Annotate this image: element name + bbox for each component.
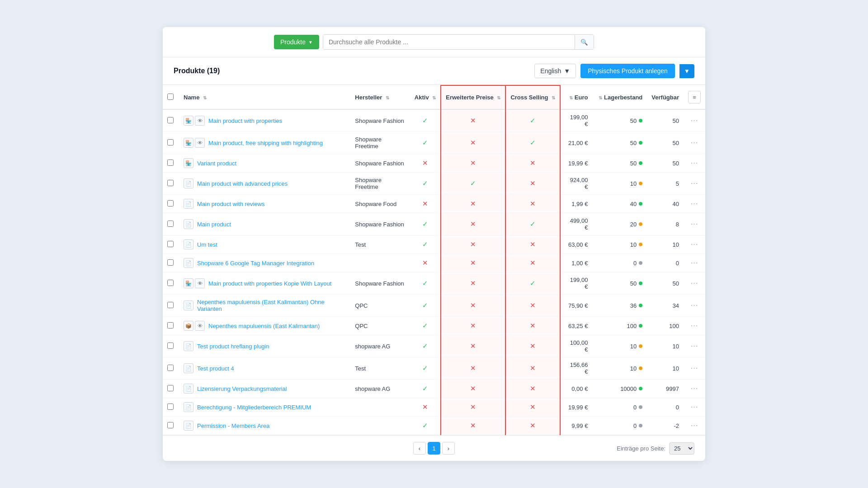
product-name-text[interactable]: Main product with reviews (197, 201, 265, 207)
row-checkbox[interactable] (167, 280, 174, 286)
product-actions[interactable]: ··· (684, 254, 705, 272)
product-actions[interactable]: ··· (684, 295, 705, 317)
prev-page-button[interactable]: ‹ (413, 442, 426, 455)
product-actions[interactable]: ··· (684, 195, 705, 213)
row-checkbox[interactable] (167, 241, 174, 247)
product-name-text[interactable]: Main product (197, 221, 231, 228)
product-actions[interactable]: ··· (684, 109, 705, 132)
product-name-text[interactable]: Main product with properties Kopie With … (208, 280, 331, 287)
product-actions[interactable]: ··· (684, 380, 705, 398)
row-checkbox-cell[interactable] (163, 272, 179, 295)
add-product-button[interactable]: Physisches Produkt anlegen (580, 64, 675, 78)
header-erweiterte[interactable]: Erweiterte Preise ⇅ (441, 85, 505, 109)
more-options-icon[interactable]: ··· (691, 385, 698, 392)
product-name-text[interactable]: Main product with properties (208, 117, 282, 124)
page-size-select[interactable]: 25 50 100 (669, 442, 694, 455)
row-checkbox-cell[interactable] (163, 357, 179, 380)
more-options-icon[interactable]: ··· (691, 279, 698, 287)
language-select[interactable]: English ▼ (534, 64, 576, 78)
search-button[interactable]: 🔍 (575, 35, 594, 49)
product-actions[interactable]: ··· (684, 154, 705, 173)
product-name-text[interactable]: Nepenthes mapuluensis (East Kalimantan) (208, 323, 320, 329)
more-options-icon[interactable]: ··· (691, 159, 698, 167)
more-options-icon[interactable]: ··· (691, 179, 698, 187)
row-checkbox-cell[interactable] (163, 235, 179, 254)
row-checkbox-cell[interactable] (163, 154, 179, 173)
header-hersteller[interactable]: Hersteller ⇅ (350, 85, 410, 109)
more-options-icon[interactable]: ··· (691, 240, 698, 248)
row-checkbox[interactable] (167, 117, 174, 123)
product-actions[interactable]: ··· (684, 213, 705, 235)
product-name-text[interactable]: Lizensierung Verpackungsmaterial (197, 385, 287, 392)
product-name-text[interactable]: Shopware 6 Google Tag Manager Integratio… (197, 260, 314, 267)
product-dropdown[interactable]: Produkte ▼ (274, 35, 319, 49)
page-1-button[interactable]: 1 (428, 442, 440, 455)
more-options-icon[interactable]: ··· (691, 139, 698, 146)
row-checkbox[interactable] (167, 422, 174, 428)
row-checkbox-cell[interactable] (163, 213, 179, 235)
row-checkbox-cell[interactable] (163, 254, 179, 272)
product-actions[interactable]: ··· (684, 357, 705, 380)
row-checkbox[interactable] (167, 180, 174, 186)
more-options-icon[interactable]: ··· (691, 364, 698, 372)
row-checkbox[interactable] (167, 200, 174, 206)
row-checkbox[interactable] (167, 365, 174, 371)
product-actions[interactable]: ··· (684, 417, 705, 435)
row-checkbox[interactable] (167, 404, 174, 410)
product-name-text[interactable]: Um test (197, 241, 217, 248)
row-checkbox-cell[interactable] (163, 295, 179, 317)
row-checkbox[interactable] (167, 322, 174, 328)
row-checkbox[interactable] (167, 160, 174, 166)
row-checkbox[interactable] (167, 385, 174, 391)
row-checkbox-cell[interactable] (163, 380, 179, 398)
product-actions[interactable]: ··· (684, 317, 705, 335)
row-checkbox-cell[interactable] (163, 398, 179, 417)
row-checkbox-cell[interactable] (163, 335, 179, 357)
add-product-dropdown-button[interactable]: ▼ (679, 64, 694, 78)
row-checkbox-cell[interactable] (163, 132, 179, 154)
more-options-icon[interactable]: ··· (691, 322, 698, 329)
row-checkbox-cell[interactable] (163, 109, 179, 132)
product-name-text[interactable]: Permission - Members Area (197, 422, 269, 429)
more-options-icon[interactable]: ··· (691, 403, 698, 411)
header-aktiv[interactable]: Aktiv ⇅ (410, 85, 441, 109)
more-options-icon[interactable]: ··· (691, 301, 698, 309)
product-name-text[interactable]: Test product 4 (197, 365, 234, 372)
product-name-text[interactable]: Berechtigung - Mitgliederbereich PREMIUM (197, 404, 311, 411)
product-actions[interactable]: ··· (684, 335, 705, 357)
product-name-text[interactable]: Nepenthes mapuluensis (East Kalimantan) … (197, 299, 346, 312)
row-checkbox-cell[interactable] (163, 195, 179, 213)
row-checkbox[interactable] (167, 259, 174, 266)
header-euro[interactable]: ⇅ Euro (560, 85, 592, 109)
row-checkbox[interactable] (167, 343, 174, 349)
more-options-icon[interactable]: ··· (691, 200, 698, 207)
product-name-text[interactable]: Main product, free shipping with highlig… (208, 140, 323, 146)
row-checkbox-cell[interactable] (163, 417, 179, 435)
product-actions[interactable]: ··· (684, 235, 705, 254)
product-name-text[interactable]: Main product with advanced prices (197, 180, 288, 187)
header-verfugbar[interactable]: Verfügbar (647, 85, 684, 109)
header-name[interactable]: Name ⇅ (179, 85, 350, 109)
product-name-text[interactable]: Test product hreflang plugin (197, 343, 269, 350)
row-checkbox-cell[interactable] (163, 173, 179, 195)
header-checkbox-cell[interactable] (163, 85, 179, 109)
product-actions[interactable]: ··· (684, 398, 705, 417)
more-options-icon[interactable]: ··· (691, 220, 698, 228)
row-checkbox-cell[interactable] (163, 317, 179, 335)
header-lager[interactable]: ⇅ Lagerbestand (592, 85, 647, 109)
more-options-icon[interactable]: ··· (691, 117, 698, 124)
more-options-icon[interactable]: ··· (691, 342, 698, 350)
search-input[interactable] (323, 35, 575, 49)
header-settings[interactable]: ≡ (684, 85, 705, 109)
row-checkbox[interactable] (167, 221, 174, 227)
product-actions[interactable]: ··· (684, 173, 705, 195)
product-actions[interactable]: ··· (684, 132, 705, 154)
header-cross[interactable]: Cross Selling ⇅ (505, 85, 560, 109)
row-checkbox[interactable] (167, 302, 174, 308)
next-page-button[interactable]: › (442, 442, 455, 455)
product-name-text[interactable]: Variant product (197, 160, 236, 167)
product-actions[interactable]: ··· (684, 272, 705, 295)
select-all-checkbox[interactable] (167, 94, 174, 100)
more-options-icon[interactable]: ··· (691, 422, 698, 429)
column-settings-button[interactable]: ≡ (688, 91, 701, 103)
